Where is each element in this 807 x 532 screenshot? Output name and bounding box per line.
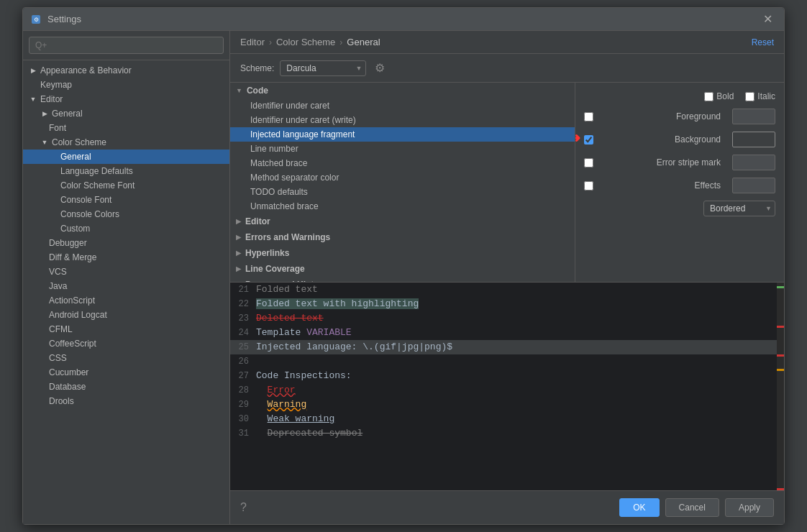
apply-button[interactable]: Apply: [725, 498, 774, 517]
sidebar-item-vcs[interactable]: VCS: [23, 265, 229, 279]
sidebar-item-keymap[interactable]: Keymap: [23, 78, 229, 92]
preview-lines: 21 Folded text 22 Folded text with highl…: [230, 283, 784, 490]
sidebar-item-general-editor[interactable]: ▶ General: [23, 106, 229, 121]
background-row: Background ➜: [584, 132, 775, 147]
group-label: Code: [247, 86, 268, 96]
background-swatch[interactable]: [732, 132, 775, 147]
sidebar-item-debugger[interactable]: Debugger: [23, 236, 229, 250]
code-item-unmatched-brace[interactable]: Unmatched brace: [230, 199, 575, 214]
sidebar-item-editor[interactable]: ▼ Editor: [23, 92, 229, 106]
code-group-header-editor[interactable]: ▶ Editor: [230, 214, 575, 229]
line-content: Folded text with highlighting: [256, 297, 784, 311]
error-stripe-label: Error stripe mark: [599, 157, 726, 168]
help-button[interactable]: ?: [240, 501, 247, 514]
sidebar-item-label: ActionScript: [49, 295, 95, 306]
line-number: 23: [230, 311, 256, 326]
line-number: 29: [230, 398, 256, 412]
expand-arrow-icon: ▶: [29, 66, 37, 75]
marker-red-1: [777, 326, 784, 328]
sidebar-item-consolefont[interactable]: Console Font: [23, 193, 229, 207]
bold-label: Bold: [704, 91, 734, 101]
code-item-matched-brace[interactable]: Matched brace: [230, 156, 575, 170]
reset-button[interactable]: Reset: [752, 37, 774, 47]
sidebar-item-diffmerge[interactable]: Diff & Merge: [23, 250, 229, 265]
marker-green: [777, 286, 784, 288]
group-label: Line Coverage: [245, 264, 305, 274]
code-group-header-errors[interactable]: ▶ Errors and Warnings: [230, 229, 575, 245]
sidebar-item-consolecolors[interactable]: Console Colors: [23, 207, 229, 221]
sidebar-item-colorscheme[interactable]: ▼ Color Scheme: [23, 135, 229, 150]
arrow-indicator-icon: ➜: [575, 130, 580, 146]
main-content: Editor › Color Scheme › General Reset Sc…: [230, 31, 784, 524]
sidebar-item-appearance[interactable]: ▶ Appearance & Behavior: [23, 63, 229, 78]
line-number: 30: [230, 412, 256, 426]
ok-button[interactable]: OK: [619, 498, 659, 517]
search-input[interactable]: [29, 37, 224, 54]
sidebar-item-coffeescript[interactable]: CoffeeScript: [23, 336, 229, 351]
code-item-identifier-caret-write[interactable]: Identifier under caret (write): [230, 113, 575, 127]
scheme-gear-button[interactable]: ⚙: [372, 60, 388, 76]
sidebar-item-label: Android Logcat: [49, 310, 107, 320]
search-box: [23, 31, 229, 60]
sidebar-item-drools[interactable]: Drools: [23, 394, 229, 408]
sidebar-item-androidlogcat[interactable]: Android Logcat: [23, 308, 229, 322]
code-item-line-number[interactable]: Line number: [230, 142, 575, 156]
effects-swatch[interactable]: [732, 178, 775, 193]
code-group-header-hyperlinks[interactable]: ▶ Hyperlinks: [230, 245, 575, 261]
code-group-errors: ▶ Errors and Warnings: [230, 229, 575, 245]
close-button[interactable]: ✕: [759, 11, 777, 27]
sidebar-item-actionscript[interactable]: ActionScript: [23, 293, 229, 308]
dialog-footer: ? OK Cancel Apply: [230, 490, 784, 524]
marker-red-2: [777, 354, 784, 357]
sidebar-item-label: General: [52, 109, 83, 119]
code-group-header-popups[interactable]: ▶ Popups and Hints: [230, 277, 575, 282]
line-content: Folded text: [256, 283, 784, 297]
scheme-select[interactable]: Darcula: [280, 60, 366, 76]
effects-dropdown[interactable]: Bordered: [703, 201, 775, 216]
expand-arrow-icon: ▼: [29, 95, 37, 104]
sidebar-item-font[interactable]: Font: [23, 121, 229, 135]
scheme-bar: Scheme: Darcula ⚙: [230, 54, 784, 83]
code-group-header-code[interactable]: ▼ Code: [230, 83, 575, 98]
breadcrumb-editor: Editor: [240, 37, 265, 47]
code-item-injected-lang[interactable]: Injected language fragment: [230, 127, 575, 142]
foreground-checkbox[interactable]: [584, 112, 593, 121]
group-expand-arrow-icon: ▶: [236, 218, 241, 225]
line-content: Deprecated symbol: [256, 426, 784, 441]
error-stripe-checkbox[interactable]: [584, 158, 593, 168]
italic-checkbox[interactable]: [745, 92, 754, 101]
preview-line-25: 25 Injected language: \.(gif|jpg|png)$: [230, 340, 784, 354]
sidebar-item-langdefaults[interactable]: Language Defaults: [23, 164, 229, 178]
effects-checkbox[interactable]: [584, 181, 593, 191]
sidebar-item-general-cs[interactable]: General: [23, 150, 229, 164]
preview-line-30: 30 Weak warning: [230, 412, 784, 426]
code-group-header-linecoverage[interactable]: ▶ Line Coverage: [230, 261, 575, 277]
line-number: 26: [230, 354, 256, 369]
line-number: 22: [230, 297, 256, 311]
sidebar-item-custom[interactable]: Custom: [23, 221, 229, 236]
sidebar-item-label: Color Scheme: [52, 137, 106, 147]
code-item-identifier-caret[interactable]: Identifier under caret: [230, 98, 575, 113]
breadcrumb-sep2: ›: [339, 37, 342, 47]
sidebar-item-label: Drools: [49, 396, 74, 406]
bold-checkbox[interactable]: [704, 92, 713, 101]
sidebar-item-label: Custom: [60, 224, 90, 234]
error-stripe-swatch[interactable]: [732, 155, 775, 170]
sidebar-item-label: Debugger: [49, 238, 87, 248]
sidebar-item-css[interactable]: CSS: [23, 351, 229, 365]
foreground-swatch[interactable]: [732, 109, 775, 124]
sidebar-item-java[interactable]: Java: [23, 279, 229, 293]
error-stripe-row: Error stripe mark: [584, 155, 775, 170]
code-item-method-separator[interactable]: Method separator color: [230, 170, 575, 185]
sidebar-item-label: CoffeeScript: [49, 339, 96, 349]
sidebar-item-database[interactable]: Database: [23, 380, 229, 394]
sidebar-item-colorschemefont[interactable]: Color Scheme Font: [23, 178, 229, 193]
effects-dropdown-wrap: Bordered: [703, 201, 775, 216]
code-item-todo[interactable]: TODO defaults: [230, 185, 575, 199]
sidebar-item-cucumber[interactable]: Cucumber: [23, 365, 229, 380]
cancel-button[interactable]: Cancel: [665, 498, 719, 517]
line-number: 25: [230, 340, 256, 354]
effects-type-row: Bordered: [584, 201, 775, 216]
background-checkbox[interactable]: [584, 135, 593, 145]
sidebar-item-cfml[interactable]: CFML: [23, 322, 229, 336]
